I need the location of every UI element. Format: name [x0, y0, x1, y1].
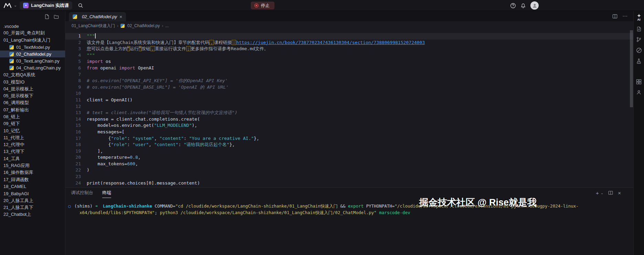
new-folder-icon[interactable]	[54, 14, 59, 19]
file-tree-item[interactable]: 19_BabyAGI	[0, 190, 65, 197]
terminal-dropdown-chevron-icon[interactable]: ⌄	[601, 191, 603, 195]
ai-assistant-icon[interactable]: AI	[637, 14, 641, 21]
code-line[interactable]: 23	[65, 174, 633, 180]
search-icon[interactable]	[78, 3, 83, 8]
breadcrumb-item[interactable]: 01_LangChain快速入门	[72, 23, 115, 29]
breadcrumb-item[interactable]: ...	[165, 23, 169, 28]
file-tree-item[interactable]: 01_TextModel.py	[0, 44, 65, 51]
close-panel-icon[interactable]: ×	[618, 190, 621, 196]
code-line[interactable]: 1"""	[65, 33, 633, 40]
code-line[interactable]: 13# text = client.invoke("请给我写一句情人节红玫瑰的中…	[65, 110, 633, 116]
code-token: 课程链接	[214, 40, 232, 45]
close-tab-icon[interactable]: ×	[119, 14, 122, 19]
git-branch-icon[interactable]	[636, 37, 642, 42]
breadcrumb-item[interactable]: 02_ChatModel.py	[127, 23, 160, 28]
extensions-grid-icon[interactable]	[636, 79, 642, 85]
account-icon[interactable]	[636, 90, 642, 95]
split-terminal-icon[interactable]	[608, 190, 613, 195]
new-file-icon[interactable]	[44, 14, 50, 19]
file-tree-item[interactable]: 02_ChatModel.py	[0, 51, 65, 57]
app-logo-icon[interactable]	[3, 3, 12, 8]
file-label: 14_工具	[3, 156, 20, 162]
file-tree-item[interactable]: 15_RAG应用	[0, 162, 65, 169]
file-tree-item[interactable]: 03_模型IO	[0, 78, 65, 85]
code-line[interactable]: 4"""	[65, 52, 633, 59]
code-line[interactable]: 15 model=os.environ.get("LLM_MODELEND"),	[65, 122, 633, 129]
workspace-switcher[interactable]: ✦ LangChain 实战课	[20, 1, 72, 10]
code-line[interactable]: 3您可以点击最上方的“运行”按钮，直接运行该文件；更多操作指引请参考Readme…	[65, 46, 633, 52]
panel-tab-debug-console[interactable]: 调试控制台	[71, 188, 93, 198]
tab-02-chatmodel[interactable]: 02_ChatModel.py ×	[69, 12, 126, 21]
code-token: 直接运行该文件	[155, 46, 186, 51]
file-tree-item[interactable]: 05_提示模板下	[0, 92, 65, 99]
code-line[interactable]: 24print(response.choices[0].message.cont…	[65, 180, 633, 187]
terminal-output[interactable]: ○ (shims) ➜ LangChain-shizhanke COMMAND=…	[65, 198, 633, 255]
file-tree-item[interactable]: 04_提示模板上	[0, 86, 65, 92]
file-tree-item[interactable]: 20_人脉工具上	[0, 197, 65, 204]
editor-scrollbar[interactable]	[630, 30, 633, 107]
file-label: 02_文档QA系统	[3, 72, 35, 78]
code-line[interactable]: 10	[65, 90, 633, 97]
file-tree-item[interactable]: 09_链下	[0, 120, 65, 127]
file-tree-item[interactable]: 01_LangChain快速入门	[0, 37, 65, 44]
more-actions-icon[interactable]: ⋯	[622, 13, 628, 19]
code-line[interactable]: 17 {"role": "system", "content": "You ar…	[65, 135, 633, 142]
file-tree-item[interactable]: 14_工具	[0, 155, 65, 162]
file-tree-item[interactable]: 10_记忆	[0, 127, 65, 134]
help-icon[interactable]	[510, 3, 516, 9]
code-token: :	[127, 136, 133, 141]
file-tree-item[interactable]: 08_链上	[0, 113, 65, 120]
file-tree-item[interactable]: 12_代理中	[0, 141, 65, 148]
code-line[interactable]: 6from openai import OpenAI	[65, 65, 633, 71]
circle-slash-icon[interactable]	[636, 47, 642, 53]
file-tree-item[interactable]: 03_TextLangChain.py	[0, 57, 65, 64]
terminal-token: ➜	[95, 203, 98, 209]
file-tree-item[interactable]: 06_调用模型	[0, 99, 65, 106]
file-tree-item[interactable]: .vscode	[0, 23, 65, 30]
file-tree-item[interactable]: 17_回调函数	[0, 176, 65, 183]
file-tree-item[interactable]: 02_文档QA系统	[0, 71, 65, 78]
file-tree-item[interactable]: 18_CAMEL	[0, 183, 65, 190]
code-line[interactable]: 7	[65, 71, 633, 78]
code-line[interactable]: 16 messages=[	[65, 129, 633, 135]
file-tree-item[interactable]: 21_人脉工具下	[0, 204, 65, 211]
code-line[interactable]: 2该文件是【LangChain系统安装和快速入门】章节的配套代码，课程链接：ht…	[65, 40, 633, 46]
new-terminal-icon[interactable]: +	[596, 190, 599, 196]
file-tree-item[interactable]: 07_解析输出	[0, 107, 65, 113]
bottom-panel: 调试控制台终端 + ⌄ × ○ (shims) ➜ LangChain-shiz…	[65, 187, 633, 255]
python-file-icon	[9, 66, 14, 70]
tests-flask-icon[interactable]	[636, 58, 642, 64]
panel-tab-terminal[interactable]: 终端	[102, 188, 111, 198]
code-line[interactable]: 20 temperature=0.8,	[65, 154, 633, 161]
file-tree-item[interactable]: 11_代理上	[0, 134, 65, 141]
code-line[interactable]: 12	[65, 103, 633, 110]
code-line[interactable]: 21 max_tokens=600,	[65, 161, 633, 167]
code-link[interactable]: https://juejin.cn/book/73877023474361303…	[236, 40, 425, 45]
document-icon[interactable]	[636, 26, 642, 32]
code-token: model=os.environ.get(	[87, 123, 154, 128]
code-line[interactable]: 14response = client.chat.completions.cre…	[65, 116, 633, 123]
code-line[interactable]: 18 {"role": "user", "content": "请给我的花店起个…	[65, 142, 633, 148]
file-tree-item[interactable]: 16_操作数据库	[0, 169, 65, 176]
split-editor-icon[interactable]	[612, 14, 617, 19]
user-avatar[interactable]	[530, 1, 539, 10]
code-line[interactable]: 5import os	[65, 58, 633, 65]
file-label: 01_LangChain快速入门	[3, 37, 51, 43]
editor-tabbar: 02_ChatModel.py × ⋯	[65, 11, 633, 21]
file-tree-item[interactable]: 13_代理下	[0, 148, 65, 155]
chevron-down-icon[interactable]: ⌄	[14, 3, 17, 8]
code-line[interactable]: 19 ],	[65, 148, 633, 155]
code-editor[interactable]: 1"""2该文件是【LangChain系统安装和快速入门】章节的配套代码，课程链…	[65, 30, 633, 187]
code-line[interactable]: 11client = OpenAI()	[65, 97, 633, 103]
code-line[interactable]: 8# os.environ["OPENAI_API_KEY"] = '你的Ope…	[65, 78, 633, 84]
terminal-token: (shims)	[74, 203, 95, 209]
code-line[interactable]: 22)	[65, 167, 633, 174]
code-line[interactable]: 9# os.environ["OPENAI_BASE_URL"] = 'Open…	[65, 84, 633, 91]
terminal-token: "cd /cloudide/workspace/LangChain-shizha…	[176, 203, 338, 209]
file-tree-item[interactable]: 22_Chatbot上	[0, 211, 65, 218]
notifications-bell-icon[interactable]	[520, 3, 526, 8]
explorer-actions	[0, 11, 65, 22]
file-tree-item[interactable]: 04_ChatLongChain.py	[0, 65, 65, 71]
stop-run-button[interactable]: 停止	[251, 2, 274, 9]
file-tree-item[interactable]: 00_开篇词_奇点时刻	[0, 30, 65, 36]
